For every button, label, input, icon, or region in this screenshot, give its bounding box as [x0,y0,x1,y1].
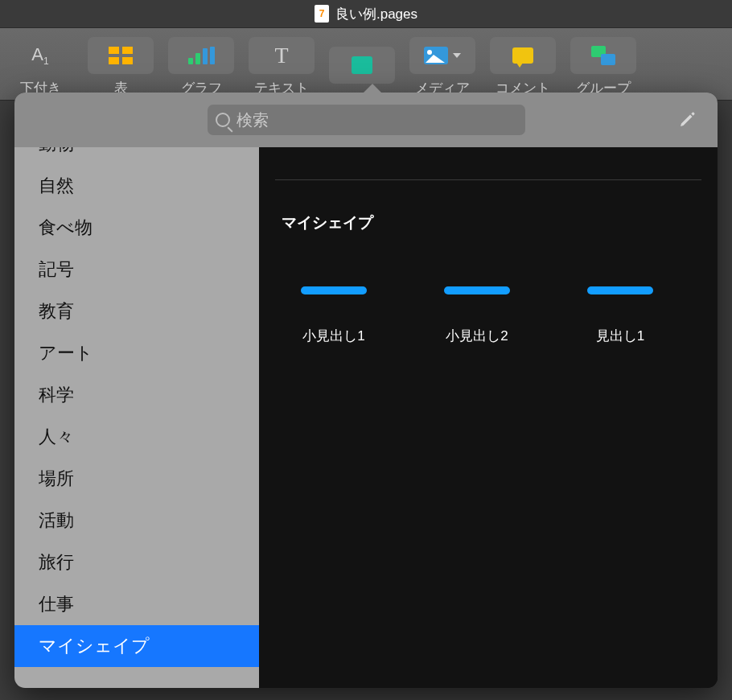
shape-icon [352,56,372,74]
shape-grid: 小見出し1小見出し2見出し1 [275,254,701,345]
sidebar-item[interactable]: 旅行 [14,541,259,583]
sidebar-item[interactable]: 食べ物 [14,207,259,249]
shape-line-icon [301,286,367,294]
chevron-down-icon [453,53,461,58]
shape-item[interactable]: 小見出し1 [282,254,386,345]
draw-button[interactable] [677,109,698,130]
search-icon [216,113,230,127]
group-icon [591,46,615,65]
table-icon [109,47,133,64]
shape-line-icon [444,286,510,294]
shape-line-icon [587,286,653,294]
shape-item[interactable]: 見出し1 [568,254,672,345]
search-field[interactable] [208,105,525,135]
comment-icon [512,47,533,64]
toolbar-item-subscript[interactable]: A1 下付き [4,37,76,97]
shapes-content: マイシェイプ 小見出し1小見出し2見出し1 [259,147,718,688]
popover-arrow [362,84,383,94]
shape-item[interactable]: 小見出し2 [425,254,529,345]
media-icon [424,47,448,64]
popover-body: 動物自然食べ物記号教育アート科学人々場所活動旅行仕事マイシェイプ マイシェイプ … [14,147,718,688]
pen-icon [678,109,697,129]
shape-label: 小見出し2 [446,327,508,345]
sidebar-item[interactable]: 自然 [14,165,259,207]
shape-label: 小見出し1 [302,327,364,345]
sidebar-item[interactable]: 科学 [14,374,259,416]
shape-label: 見出し1 [596,327,644,345]
popover-header [14,93,718,147]
subscript-icon: A1 [31,44,48,67]
toolbar-item-comment[interactable]: コメント [487,37,559,97]
shape-preview [587,254,653,327]
search-input[interactable] [236,111,517,130]
sidebar-item[interactable]: 場所 [14,458,259,500]
sidebar-item[interactable]: 動物 [14,147,259,165]
toolbar-item-media[interactable]: メディア [406,37,479,97]
sidebar-item[interactable]: 教育 [14,290,259,332]
sidebar-item[interactable]: マイシェイプ [14,625,259,667]
chart-icon [188,47,215,64]
toolbar-item-group[interactable]: グループ [567,37,639,97]
category-sidebar[interactable]: 動物自然食べ物記号教育アート科学人々場所活動旅行仕事マイシェイプ [14,147,259,688]
document-title: 良い例.pages [335,5,417,23]
text-icon: T [274,43,288,68]
document-icon: 7 [315,5,329,23]
toolbar-item-chart[interactable]: グラフ [165,37,237,97]
section-divider [275,179,701,180]
sidebar-item[interactable]: 記号 [14,249,259,290]
shapes-popover: 動物自然食べ物記号教育アート科学人々場所活動旅行仕事マイシェイプ マイシェイプ … [14,93,718,688]
toolbar-item-table[interactable]: 表 [84,37,157,97]
section-title: マイシェイプ [282,212,701,233]
shape-preview [301,254,367,327]
titlebar: 7 良い例.pages [0,0,732,28]
sidebar-item[interactable]: 人々 [14,416,259,458]
sidebar-item[interactable]: アート [14,332,259,374]
sidebar-item[interactable]: 活動 [14,500,259,541]
sidebar-item[interactable]: 仕事 [14,583,259,625]
shape-preview [444,254,510,327]
toolbar-item-text[interactable]: T テキスト [245,37,318,97]
toolbar-item-shape[interactable] [326,47,398,89]
